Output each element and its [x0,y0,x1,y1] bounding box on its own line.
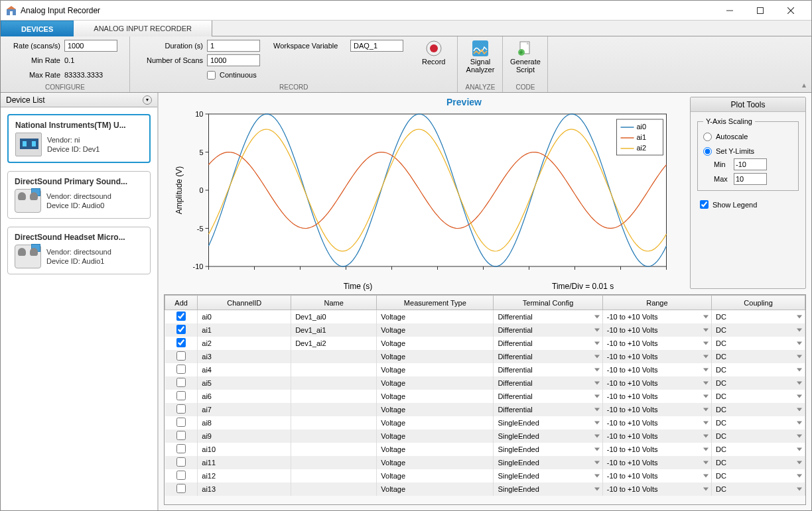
add-checkbox[interactable] [176,391,186,400]
cell-range[interactable]: -10 to +10 Volts [602,323,711,337]
cell-range[interactable]: -10 to +10 Volts [602,376,711,390]
cell-name[interactable] [291,376,377,390]
close-button[interactable] [776,1,806,21]
table-row[interactable]: ai10VoltageSingleEnded-10 to +10 VoltsDC [165,443,805,456]
cell-coupling[interactable]: DC [712,429,805,443]
cell-name[interactable] [291,429,377,443]
duration-input[interactable] [207,40,260,52]
cell-coupling[interactable]: DC [712,456,805,469]
cell-range[interactable]: -10 to +10 Volts [602,443,711,456]
autoscale-radio[interactable] [703,133,712,141]
cell-terminal-config[interactable]: Differential [494,363,602,376]
cell-terminal-config[interactable]: Differential [494,337,602,350]
continuous-checkbox[interactable] [207,71,216,80]
table-row[interactable]: ai1Dev1_ai1VoltageDifferential-10 to +10… [165,323,805,337]
add-checkbox[interactable] [176,404,186,414]
add-checkbox[interactable] [176,338,186,347]
table-header[interactable]: Terminal Config [494,296,602,310]
cell-terminal-config[interactable]: Differential [494,390,602,403]
table-row[interactable]: ai4VoltageDifferential-10 to +10 VoltsDC [165,363,805,376]
cell-terminal-config[interactable]: SingleEnded [494,429,602,443]
cell-range[interactable]: -10 to +10 Volts [602,416,711,429]
table-row[interactable]: ai0Dev1_ai0VoltageDifferential-10 to +10… [165,310,805,324]
cell-range[interactable]: -10 to +10 Volts [602,337,711,350]
cell-name[interactable] [291,416,377,429]
cell-terminal-config[interactable]: SingleEnded [494,456,602,469]
rate-input[interactable] [64,40,117,52]
signal-analyzer-button[interactable]: Signal Analyzer [464,39,496,75]
cell-range[interactable]: -10 to +10 Volts [602,403,711,416]
cell-range[interactable]: -10 to +10 Volts [602,429,711,443]
cell-name[interactable]: Dev1_ai1 [291,323,377,337]
show-legend-checkbox[interactable] [700,200,709,209]
cell-range[interactable]: -10 to +10 Volts [602,469,711,483]
cell-coupling[interactable]: DC [712,337,805,350]
tab-devices[interactable]: DEVICES [1,21,74,36]
table-header[interactable]: Measurement Type [377,296,494,310]
cell-name[interactable]: Dev1_ai2 [291,337,377,350]
add-checkbox[interactable] [176,418,186,427]
add-checkbox[interactable] [176,431,186,440]
cell-coupling[interactable]: DC [712,323,805,337]
table-row[interactable]: ai8VoltageSingleEnded-10 to +10 VoltsDC [165,416,805,429]
cell-terminal-config[interactable]: Differential [494,376,602,390]
cell-name[interactable] [291,469,377,483]
cell-name[interactable] [291,350,377,363]
device-card-sound0[interactable]: DirectSound Primary Sound... Vendor: dir… [7,171,151,219]
ymin-input[interactable] [734,158,767,170]
scans-input[interactable] [207,54,260,66]
table-row[interactable]: ai5VoltageDifferential-10 to +10 VoltsDC [165,376,805,390]
cell-terminal-config[interactable]: Differential [494,323,602,337]
add-checkbox[interactable] [176,351,186,361]
cell-name[interactable] [291,443,377,456]
add-checkbox[interactable] [176,325,186,334]
cell-terminal-config[interactable]: SingleEnded [494,416,602,429]
cell-coupling[interactable]: DC [712,483,805,496]
table-row[interactable]: ai11VoltageSingleEnded-10 to +10 VoltsDC [165,456,805,469]
table-row[interactable]: ai12VoltageSingleEnded-10 to +10 VoltsDC [165,469,805,483]
cell-coupling[interactable]: DC [712,469,805,483]
table-header[interactable]: Range [602,296,711,310]
cell-name[interactable] [291,483,377,496]
cell-terminal-config[interactable]: SingleEnded [494,469,602,483]
cell-name[interactable] [291,390,377,403]
tab-analog-input-recorder[interactable]: ANALOG INPUT RECORDER [74,21,212,36]
table-header[interactable]: Coupling [712,296,805,310]
cell-terminal-config[interactable]: SingleEnded [494,483,602,496]
cell-terminal-config[interactable]: Differential [494,403,602,416]
table-row[interactable]: ai7VoltageDifferential-10 to +10 VoltsDC [165,403,805,416]
cell-terminal-config[interactable]: Differential [494,310,602,324]
cell-range[interactable]: -10 to +10 Volts [602,363,711,376]
ymax-input[interactable] [734,173,767,185]
table-header[interactable]: Add [165,296,198,310]
cell-coupling[interactable]: DC [712,310,805,324]
table-row[interactable]: ai2Dev1_ai2VoltageDifferential-10 to +10… [165,337,805,350]
cell-coupling[interactable]: DC [712,443,805,456]
cell-coupling[interactable]: DC [712,390,805,403]
cell-name[interactable] [291,363,377,376]
cell-terminal-config[interactable]: SingleEnded [494,443,602,456]
add-checkbox[interactable] [176,471,186,480]
table-row[interactable]: ai13VoltageSingleEnded-10 to +10 VoltsDC [165,483,805,496]
table-row[interactable]: ai3VoltageDifferential-10 to +10 VoltsDC [165,350,805,363]
minimize-button[interactable] [714,1,745,21]
device-list-dropdown-icon[interactable]: ▾ [143,95,152,105]
cell-name[interactable] [291,403,377,416]
toolbar-expand-icon[interactable]: ▴ [802,80,806,89]
cell-range[interactable]: -10 to +10 Volts [602,456,711,469]
cell-coupling[interactable]: DC [712,363,805,376]
table-header[interactable]: ChannelID [198,296,291,310]
cell-range[interactable]: -10 to +10 Volts [602,483,711,496]
cell-coupling[interactable]: DC [712,403,805,416]
table-row[interactable]: ai6VoltageDifferential-10 to +10 VoltsDC [165,390,805,403]
add-checkbox[interactable] [176,365,186,374]
cell-terminal-config[interactable]: Differential [494,350,602,363]
set-y-radio[interactable] [703,147,712,156]
add-checkbox[interactable] [176,444,186,453]
generate-script-button[interactable]: Generate Script [509,39,541,75]
add-checkbox[interactable] [176,378,186,387]
cell-range[interactable]: -10 to +10 Volts [602,310,711,324]
cell-range[interactable]: -10 to +10 Volts [602,350,711,363]
add-checkbox[interactable] [176,312,186,321]
cell-name[interactable] [291,456,377,469]
